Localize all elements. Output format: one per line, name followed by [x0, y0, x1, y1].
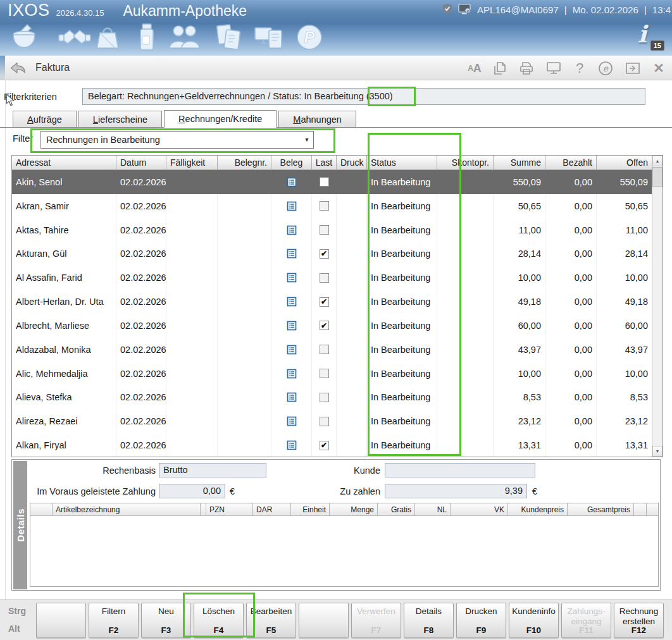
filter-dropdown[interactable]: Rechnungen in Bearbeitung ▼ [40, 131, 314, 149]
fkey-label: Filtern [89, 606, 138, 617]
font-size-icon[interactable]: AA [468, 60, 482, 77]
shield-check-icon [442, 3, 452, 16]
bag-icon[interactable] [92, 23, 124, 53]
table-row-al-assafin-farid[interactable]: Al Assafin, Farid02.02.2026In Bearbeitun… [12, 266, 652, 290]
loeschen-button[interactable]: LöschenF4 [194, 603, 244, 638]
beleg-document-icon[interactable] [287, 369, 297, 379]
drucken-button[interactable]: DruckenF9 [456, 603, 506, 638]
bearbeiten-button[interactable]: BearbeitenF5 [246, 603, 296, 638]
scrollbar-up-icon[interactable]: ▲ [652, 156, 663, 166]
beleg-document-icon[interactable] [287, 273, 297, 283]
beleg-document-icon[interactable] [287, 297, 297, 307]
scrollbar-thumb[interactable] [652, 167, 663, 187]
table-row-alireza-rezaei[interactable]: Alireza, Rezaei02.02.2026In Bearbeitung2… [12, 409, 652, 433]
neu-button[interactable]: NeuF3 [141, 603, 191, 638]
column-header-bezahlt[interactable]: Bezahlt [545, 156, 597, 170]
kunde-field[interactable] [385, 463, 535, 477]
last-checkbox[interactable]: ✔ [320, 297, 329, 307]
tab-auftraege[interactable]: Aufträge [13, 111, 77, 127]
table-row-alkan-firyal[interactable]: Alkan, Firyal02.02.2026✔In Bearbeitung13… [12, 433, 652, 457]
table-row-aktas-tahire[interactable]: Aktas, Tahire02.02.2026In Bearbeitung11,… [12, 218, 652, 242]
column-header-summe[interactable]: Summe [494, 156, 545, 170]
table-row-akin-senol[interactable]: Akin, Senol02.02.2026In Bearbeitung550,0… [12, 170, 652, 194]
reports-icon[interactable] [252, 23, 283, 53]
chevron-down-icon[interactable]: ▼ [301, 137, 313, 143]
close-icon[interactable]: ✕ [652, 60, 666, 77]
table-row-akran-samir[interactable]: Akran, Samir02.02.2026In Bearbeitung50,6… [12, 194, 652, 218]
beleg-document-icon[interactable] [287, 392, 297, 402]
table-row-akturan-guel[interactable]: Akturan, Gül02.02.2026✔In Bearbeitung28,… [12, 242, 652, 266]
column-header-faelligkeit[interactable]: Fälligkeit [166, 156, 218, 170]
tab-lieferscheine[interactable]: Lieferscheine [78, 111, 162, 127]
beleg-document-icon[interactable] [287, 321, 297, 331]
table-row-alic-mehmedaljia[interactable]: Alic, Mehmedaljia02.02.2026In Bearbeitun… [12, 362, 652, 386]
column-header-adressat[interactable]: Adressat [12, 156, 116, 170]
screen-icon[interactable] [545, 60, 562, 77]
cell-druck [337, 314, 367, 338]
beleg-document-icon[interactable] [287, 201, 297, 211]
rechnung-erstellen-button[interactable]: Rechnung erstellenF12 [614, 603, 664, 638]
last-checkbox[interactable] [320, 177, 329, 187]
rechenbasis-field[interactable]: Brutto [159, 463, 266, 477]
info-icon[interactable]: i 15 [637, 23, 662, 52]
column-header-last[interactable]: Last [312, 156, 337, 170]
last-checkbox[interactable] [320, 369, 329, 378]
column-header-druck[interactable]: Druck [337, 156, 367, 170]
cell-status: In Bearbeitung [367, 433, 437, 457]
cell-beleg [271, 170, 312, 194]
beleg-document-icon[interactable] [287, 249, 297, 259]
econnect-icon[interactable]: e [597, 60, 614, 77]
back-arrow-icon[interactable] [9, 61, 27, 77]
filter-criteria-field[interactable]: Belegart: Rechnungen+Geldverrechnungen /… [82, 88, 645, 105]
table-row-alieva-stefka[interactable]: Alieva, Stefka02.02.2026In Bearbeitung8,… [12, 385, 652, 409]
cell-faelligkeit [166, 362, 218, 386]
beleg-document-icon[interactable] [287, 416, 297, 426]
last-checkbox[interactable]: ✔ [320, 249, 329, 259]
print-icon[interactable] [518, 60, 535, 77]
column-header-skontopr[interactable]: Skontopr. [437, 156, 494, 170]
last-checkbox[interactable] [320, 345, 329, 354]
table-row-aldazabal-monika[interactable]: Aldazabal, Monika02.02.2026In Bearbeitun… [12, 338, 652, 362]
fkey-number: F8 [404, 625, 453, 635]
tab-mahnungen[interactable]: Mahnungen [278, 111, 356, 127]
column-header-offen[interactable]: Offen [597, 156, 652, 170]
cell-summe: 10,00 [494, 266, 545, 290]
details-button[interactable]: DetailsF8 [404, 603, 454, 638]
cell-datum: 02.02.2026 [116, 314, 166, 338]
vertical-scrollbar[interactable]: ▲ ▼ [652, 156, 663, 457]
mortar-pestle-icon[interactable] [9, 23, 40, 53]
last-checkbox[interactable] [320, 225, 329, 235]
documents-icon[interactable] [213, 23, 244, 53]
copy-icon[interactable] [492, 60, 507, 77]
last-checkbox[interactable] [320, 273, 329, 283]
window-switch-icon[interactable] [625, 60, 641, 77]
last-checkbox[interactable]: ✔ [320, 441, 329, 450]
kundeninfo-button[interactable]: KundeninfoF10 [509, 603, 559, 638]
filtern-button[interactable]: FilternF2 [89, 603, 139, 638]
last-checkbox[interactable] [320, 201, 329, 211]
beleg-document-icon[interactable] [287, 177, 297, 187]
table-row-albrecht-marliese[interactable]: Albrecht, Marliese02.02.2026✔In Bearbeit… [12, 314, 652, 338]
scrollbar-down-icon[interactable]: ▼ [652, 446, 663, 457]
customers-icon[interactable] [167, 23, 199, 53]
last-checkbox[interactable] [320, 393, 329, 402]
table-row-albert-herlan-dr-uta[interactable]: Albert-Herlan, Dr. Uta02.02.2026✔In Bear… [12, 290, 652, 314]
cell-offen: 60,00 [597, 314, 652, 338]
column-header-status[interactable]: Status [367, 156, 437, 170]
details-side-tab[interactable]: Details [13, 461, 27, 589]
help-icon[interactable]: ? [573, 60, 587, 77]
last-checkbox[interactable] [320, 417, 329, 426]
beleg-document-icon[interactable] [287, 225, 297, 235]
last-checkbox[interactable]: ✔ [320, 321, 329, 330]
column-header-datum[interactable]: Datum [116, 156, 166, 170]
tab-rechnungen-kredite[interactable]: Rechnungen/Kredite [164, 110, 277, 128]
zu-zahlen-field[interactable]: 9,39 [385, 484, 527, 498]
beleg-document-icon[interactable] [287, 345, 297, 355]
handshake-icon[interactable] [58, 23, 90, 53]
vorauszahlung-field[interactable]: 0,00 [159, 484, 225, 498]
column-header-belegnr[interactable]: Belegnr. [218, 156, 271, 170]
beleg-document-icon[interactable] [287, 440, 297, 450]
p-module-icon[interactable]: P [294, 23, 326, 53]
column-header-beleg[interactable]: Beleg [271, 156, 312, 170]
medicine-bottle-icon[interactable] [134, 23, 166, 53]
